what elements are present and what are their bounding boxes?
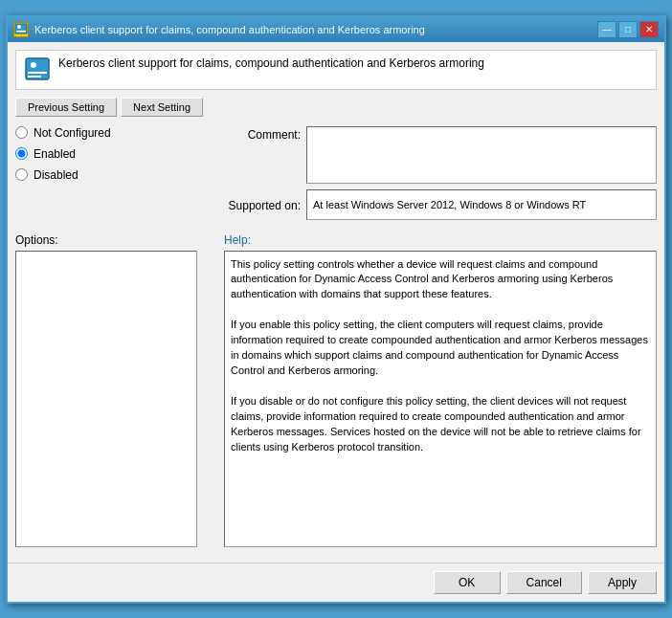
bottom-buttons: OK Cancel Apply — [8, 563, 664, 602]
comment-label: Comment: — [224, 126, 301, 142]
previous-setting-button[interactable]: Previous Setting — [15, 98, 117, 117]
help-text-2: If you enable this policy setting, the c… — [231, 319, 648, 376]
disabled-radio[interactable] — [15, 168, 28, 181]
comment-row: Comment: — [224, 126, 657, 184]
svg-rect-5 — [28, 72, 47, 74]
not-configured-label: Not Configured — [34, 126, 111, 140]
comment-input[interactable] — [306, 126, 657, 184]
enabled-radio[interactable] — [15, 147, 28, 160]
close-button[interactable]: ✕ — [639, 21, 659, 38]
help-box[interactable]: This policy setting controls whether a d… — [224, 251, 657, 547]
main-window: Kerberos client support for claims, comp… — [6, 15, 666, 604]
left-panel: Not Configured Enabled Disabled — [15, 126, 216, 230]
minimize-button[interactable]: — — [597, 21, 616, 38]
header-section: Kerberos client support for claims, comp… — [15, 50, 657, 90]
header-text: Kerberos client support for claims, comp… — [58, 56, 484, 70]
window-body: Kerberos client support for claims, comp… — [8, 42, 664, 555]
ok-button[interactable]: OK — [434, 571, 501, 594]
help-label: Help: — [224, 233, 657, 247]
disabled-label: Disabled — [34, 168, 78, 182]
nav-buttons: Previous Setting Next Setting — [15, 98, 657, 117]
svg-rect-2 — [16, 31, 26, 33]
maximize-button[interactable]: □ — [618, 21, 638, 38]
options-box — [15, 251, 197, 547]
comment-area — [306, 126, 657, 184]
help-text-3: If you disable or do not configure this … — [231, 395, 641, 452]
next-setting-button[interactable]: Next Setting — [121, 98, 203, 117]
disabled-radio-label[interactable]: Disabled — [15, 168, 216, 182]
enabled-label: Enabled — [34, 147, 76, 161]
policy-icon — [24, 56, 51, 83]
supported-value: At least Windows Server 2012, Windows 8 … — [306, 189, 657, 220]
apply-button[interactable]: Apply — [588, 571, 657, 594]
supported-row: Supported on: At least Windows Server 20… — [224, 189, 657, 220]
supported-label: Supported on: — [224, 197, 301, 212]
right-panel: Comment: Supported on: At least Windows … — [224, 126, 657, 230]
svg-point-4 — [31, 62, 36, 68]
svg-rect-6 — [28, 76, 41, 77]
cancel-button[interactable]: Cancel — [506, 571, 582, 594]
window-title: Kerberos client support for claims, comp… — [34, 24, 425, 35]
title-bar: Kerberos client support for claims, comp… — [8, 17, 664, 42]
window-icon — [13, 22, 29, 37]
enabled-radio-label[interactable]: Enabled — [15, 147, 216, 161]
options-label: Options: — [15, 233, 216, 247]
radio-group: Not Configured Enabled Disabled — [15, 126, 216, 182]
not-configured-radio[interactable] — [15, 126, 28, 139]
svg-point-1 — [17, 25, 21, 29]
help-text: This policy setting controls whether a d… — [231, 258, 613, 300]
not-configured-radio-label[interactable]: Not Configured — [15, 126, 216, 140]
